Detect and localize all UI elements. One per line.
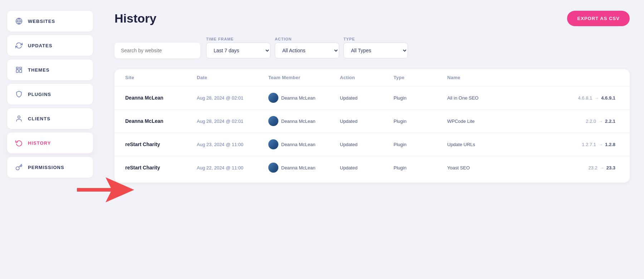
cell-name-2: Update URLs 1.2.7.1 → 1.2.8: [447, 142, 619, 147]
cell-member-3: Deanna McLean: [268, 163, 340, 173]
cell-date-1: Aug 28, 2024 @ 02:01: [197, 119, 268, 124]
sidebar-item-themes[interactable]: THEMES: [7, 59, 93, 80]
cell-type-0: Plugin: [394, 95, 447, 101]
cell-type-2: Plugin: [394, 142, 447, 147]
action-filter-group: ACTION All Actions Updated Installed Del…: [275, 37, 339, 58]
col-name: Name: [447, 75, 619, 80]
user-icon: [15, 115, 23, 122]
cell-site-2: reStart Charity: [125, 141, 197, 147]
avatar-1: [268, 116, 278, 126]
cell-member-2: Deanna McLean: [268, 139, 340, 149]
sidebar-item-clients[interactable]: CLIENTS: [7, 108, 93, 129]
col-action: Action: [340, 75, 394, 80]
sidebar-item-clients-label: CLIENTS: [28, 116, 50, 121]
cell-site-1: Deanna McLean: [125, 118, 197, 124]
sidebar-item-plugins-label: PLUGINS: [28, 92, 51, 97]
sidebar-item-updates[interactable]: UPDATES: [7, 35, 93, 56]
shield-icon: [15, 90, 23, 98]
action-select[interactable]: All Actions Updated Installed Deleted: [275, 43, 339, 58]
cell-date-3: Aug 22, 2024 @ 11:00: [197, 165, 268, 170]
filters-row: TIME FRAME Last 7 days Last 30 days Last…: [114, 37, 630, 58]
cell-date-0: Aug 28, 2024 @ 02:01: [197, 95, 268, 101]
col-type: Type: [394, 75, 447, 80]
avatar-0: [268, 93, 278, 103]
svg-rect-5: [20, 69, 22, 72]
sidebar-item-websites[interactable]: WEBSITES: [7, 11, 93, 32]
cell-name-1: WPCode Lite 2.2.0 → 2.2.1: [447, 119, 619, 124]
cell-action-2: Updated: [340, 142, 394, 147]
sidebar-item-plugins[interactable]: PLUGINS: [7, 84, 93, 105]
table-row: reStart Charity Aug 22, 2024 @ 11:00 Dea…: [114, 156, 630, 179]
cell-site-3: reStart Charity: [125, 165, 197, 170]
col-member: Team Member: [268, 75, 340, 80]
cell-type-3: Plugin: [394, 165, 447, 170]
sidebar: WEBSITES UPDATES THEMES PLUGINS: [0, 0, 100, 279]
type-label: TYPE: [343, 37, 408, 41]
type-filter-group: TYPE All Types Plugin Theme Core: [343, 37, 408, 58]
sidebar-item-permissions-label: PERMISSIONS: [28, 165, 64, 170]
version-group-0: 4.6.8.1 → 4.6.9.1: [578, 95, 619, 101]
col-date: Date: [197, 75, 268, 80]
cell-action-1: Updated: [340, 119, 394, 124]
version-group-2: 1.2.7.1 → 1.2.8: [582, 142, 619, 147]
table-header: Site Date Team Member Action Type Name: [114, 69, 630, 86]
version-group-3: 23.2 → 23.3: [588, 165, 619, 170]
history-icon: [15, 139, 23, 147]
avatar-2: [268, 139, 278, 149]
cell-name-0: All in One SEO 4.6.8.1 → 4.6.9.1: [447, 95, 619, 101]
sidebar-item-permissions[interactable]: PERMISSIONS: [7, 157, 93, 178]
cell-date-2: Aug 23, 2024 @ 11:00: [197, 142, 268, 147]
action-label: ACTION: [275, 37, 339, 41]
cell-action-3: Updated: [340, 165, 394, 170]
sidebar-item-history-label: HISTORY: [28, 140, 51, 146]
cell-name-3: Yoast SEO 23.2 → 23.3: [447, 165, 619, 170]
svg-point-6: [18, 116, 20, 119]
timeframe-filter-group: TIME FRAME Last 7 days Last 30 days Last…: [206, 37, 270, 58]
svg-rect-4: [16, 69, 19, 72]
search-input[interactable]: [114, 43, 200, 58]
table-row: Deanna McLean Aug 28, 2024 @ 02:01 Deann…: [114, 86, 630, 110]
col-site: Site: [125, 75, 197, 80]
page-header: History EXPORT AS CSV: [114, 11, 630, 26]
cell-action-0: Updated: [340, 95, 394, 101]
cell-member-1: Deanna McLean: [268, 116, 340, 126]
type-select[interactable]: All Types Plugin Theme Core: [343, 43, 408, 58]
sidebar-item-themes-label: THEMES: [28, 67, 49, 73]
main-content: History EXPORT AS CSV TIME FRAME Last 7 …: [100, 0, 644, 279]
avatar-3: [268, 163, 278, 173]
key-icon: [15, 163, 23, 171]
cell-site-0: Deanna McLean: [125, 95, 197, 101]
timeframe-select[interactable]: Last 7 days Last 30 days Last 90 days Al…: [206, 43, 270, 58]
cell-member-0: Deanna McLean: [268, 93, 340, 103]
table-row: reStart Charity Aug 23, 2024 @ 11:00 Dea…: [114, 133, 630, 156]
timeframe-label: TIME FRAME: [206, 37, 270, 41]
grid-icon: [15, 66, 23, 74]
page-title: History: [114, 11, 156, 25]
cell-type-1: Plugin: [394, 119, 447, 124]
refresh-icon: [15, 42, 23, 49]
sidebar-item-updates-label: UPDATES: [28, 43, 52, 48]
table-row: Deanna McLean Aug 28, 2024 @ 02:01 Deann…: [114, 110, 630, 133]
export-csv-button[interactable]: EXPORT AS CSV: [567, 11, 630, 26]
sidebar-item-websites-label: WEBSITES: [28, 19, 55, 24]
history-table: Site Date Team Member Action Type Name D…: [114, 69, 630, 183]
svg-rect-3: [20, 67, 22, 69]
globe-icon: [15, 17, 23, 25]
sidebar-item-history[interactable]: HISTORY: [7, 133, 93, 153]
filters-selects: TIME FRAME Last 7 days Last 30 days Last…: [206, 37, 408, 58]
version-group-1: 2.2.0 → 2.2.1: [586, 119, 619, 124]
svg-rect-2: [16, 67, 19, 69]
